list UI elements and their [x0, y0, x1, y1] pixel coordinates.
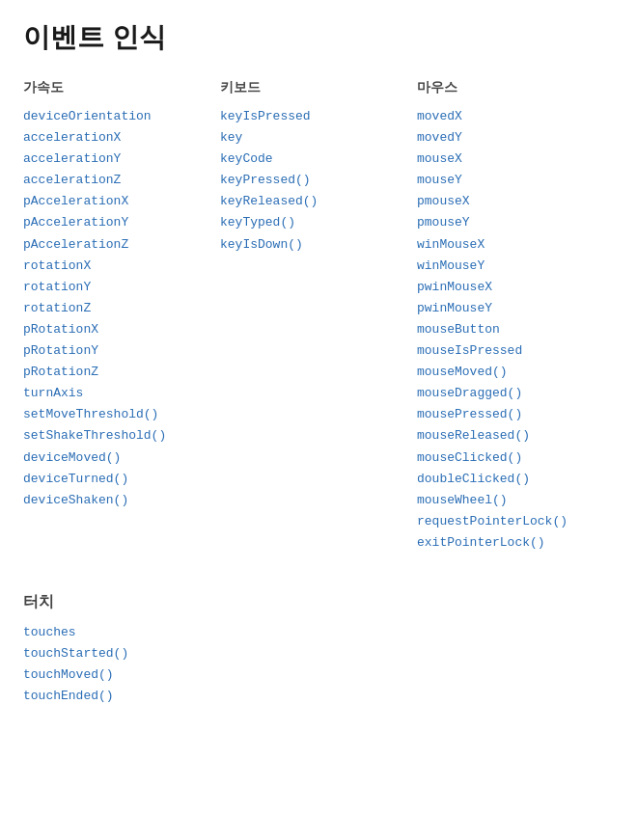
touch-section: 터치 touchestouchStarted()touchMoved()touc…: [23, 592, 614, 707]
list-item[interactable]: winMouseX: [417, 234, 614, 256]
list-item[interactable]: mouseMoved(): [417, 362, 614, 383]
list-item[interactable]: exitPointerLock(): [417, 532, 614, 554]
list-item[interactable]: accelerationX: [23, 127, 220, 149]
list-item[interactable]: rotationY: [23, 277, 220, 298]
column-mouse: 마우스 movedXmovedYmouseXmouseYpmouseXpmous…: [417, 79, 614, 554]
list-item[interactable]: deviceOrientation: [23, 106, 220, 127]
list-item[interactable]: pAccelerationX: [23, 191, 220, 212]
list-item[interactable]: mouseWheel(): [417, 490, 614, 511]
list-item[interactable]: touchMoved(): [23, 664, 614, 686]
column-keyboard: 키보드 keyIsPressedkeykeyCodekeyPressed()ke…: [220, 79, 417, 256]
list-item[interactable]: rotationZ: [23, 298, 220, 319]
list-item[interactable]: pAccelerationZ: [23, 234, 220, 256]
list-item[interactable]: pmouseY: [417, 212, 614, 233]
list-item[interactable]: keyTyped(): [220, 212, 417, 233]
list-item[interactable]: keyIsPressed: [220, 106, 417, 127]
list-item[interactable]: turnAxis: [23, 383, 220, 404]
list-item[interactable]: pwinMouseX: [417, 277, 614, 298]
list-item[interactable]: touchEnded(): [23, 686, 614, 707]
section-title-acceleration: 가속도: [23, 79, 220, 96]
list-item[interactable]: deviceMoved(): [23, 447, 220, 469]
list-item[interactable]: touchStarted(): [23, 643, 614, 664]
list-item[interactable]: keyIsDown(): [220, 234, 417, 256]
section-title-touch: 터치: [23, 592, 614, 612]
list-item[interactable]: setShakeThreshold(): [23, 425, 220, 447]
list-item[interactable]: movedX: [417, 106, 614, 127]
list-item[interactable]: accelerationZ: [23, 170, 220, 191]
page-title: 이벤트 인식: [23, 19, 614, 56]
list-item[interactable]: pwinMouseY: [417, 298, 614, 319]
list-item[interactable]: touches: [23, 622, 614, 643]
list-item[interactable]: pRotationY: [23, 340, 220, 362]
list-item[interactable]: mouseClicked(): [417, 447, 614, 469]
column-acceleration: 가속도 deviceOrientationaccelerationXaccele…: [23, 79, 220, 511]
list-item[interactable]: pRotationX: [23, 319, 220, 340]
list-item[interactable]: doubleClicked(): [417, 469, 614, 490]
list-item[interactable]: pmouseX: [417, 191, 614, 212]
item-list-mouse: movedXmovedYmouseXmouseYpmouseXpmouseYwi…: [417, 106, 614, 554]
list-item[interactable]: mousePressed(): [417, 404, 614, 425]
item-list-touch: touchestouchStarted()touchMoved()touchEn…: [23, 622, 614, 707]
list-item[interactable]: keyReleased(): [220, 191, 417, 212]
list-item[interactable]: mouseButton: [417, 319, 614, 340]
list-item[interactable]: mouseDragged(): [417, 383, 614, 404]
list-item[interactable]: setMoveThreshold(): [23, 404, 220, 425]
list-item[interactable]: keyCode: [220, 149, 417, 170]
list-item[interactable]: rotationX: [23, 256, 220, 277]
list-item[interactable]: pRotationZ: [23, 362, 220, 383]
main-columns: 가속도 deviceOrientationaccelerationXaccele…: [23, 79, 614, 554]
list-item[interactable]: deviceTurned(): [23, 469, 220, 490]
list-item[interactable]: keyPressed(): [220, 170, 417, 191]
list-item[interactable]: key: [220, 127, 417, 149]
list-item[interactable]: accelerationY: [23, 149, 220, 170]
list-item[interactable]: deviceShaken(): [23, 490, 220, 511]
section-title-mouse: 마우스: [417, 79, 614, 96]
list-item[interactable]: mouseY: [417, 170, 614, 191]
list-item[interactable]: winMouseY: [417, 256, 614, 277]
list-item[interactable]: pAccelerationY: [23, 212, 220, 233]
section-title-keyboard: 키보드: [220, 79, 417, 96]
list-item[interactable]: requestPointerLock(): [417, 511, 614, 532]
list-item[interactable]: movedY: [417, 127, 614, 149]
list-item[interactable]: mouseIsPressed: [417, 340, 614, 362]
item-list-acceleration: deviceOrientationaccelerationXaccelerati…: [23, 106, 220, 511]
item-list-keyboard: keyIsPressedkeykeyCodekeyPressed()keyRel…: [220, 106, 417, 256]
list-item[interactable]: mouseReleased(): [417, 425, 614, 447]
list-item[interactable]: mouseX: [417, 149, 614, 170]
